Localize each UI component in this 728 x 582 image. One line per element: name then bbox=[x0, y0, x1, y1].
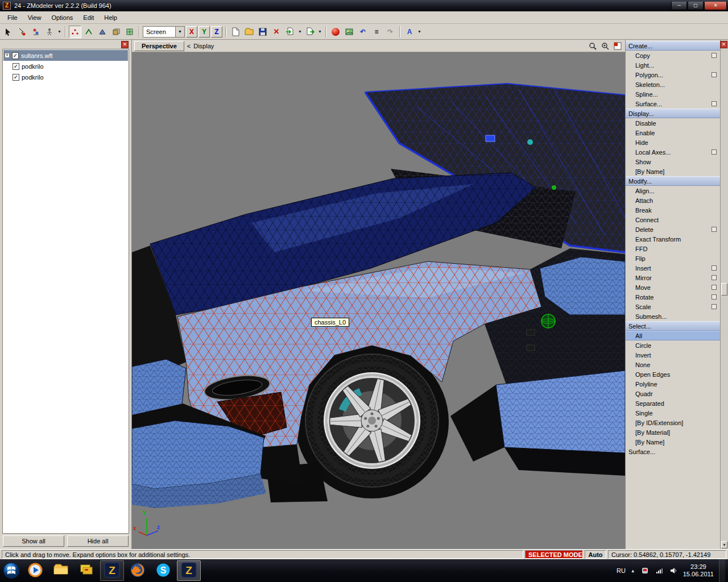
zoom-extents-icon[interactable] bbox=[600, 41, 610, 51]
close-button[interactable]: ✕ bbox=[704, 2, 727, 10]
panel-item-copy[interactable]: Copy bbox=[626, 51, 720, 60]
action-center-icon[interactable] bbox=[640, 566, 650, 575]
taskbar-app-zmodeler[interactable]: Z bbox=[177, 560, 201, 581]
minimize-button[interactable]: ─ bbox=[671, 2, 687, 10]
panel-item-by-id-extension[interactable]: [By ID/Extension] bbox=[626, 418, 720, 427]
menu-help[interactable]: Help bbox=[99, 13, 122, 23]
panel-item-flip[interactable]: Flip bbox=[626, 253, 720, 263]
vertices-mode-icon[interactable] bbox=[69, 26, 81, 38]
axis-x-button[interactable]: X bbox=[186, 26, 197, 38]
maximize-button[interactable]: ▢ bbox=[688, 2, 704, 10]
panel-item-hide[interactable]: Hide bbox=[626, 138, 720, 147]
font-dropdown-caret[interactable]: ▼ bbox=[417, 30, 422, 34]
taskbar-app-skype[interactable]: S bbox=[151, 560, 175, 581]
panel-item-disable[interactable]: Disable bbox=[626, 118, 720, 128]
panel-item-delete[interactable]: Delete bbox=[626, 225, 720, 234]
start-button[interactable] bbox=[1, 560, 22, 581]
panel-item-skeleton[interactable]: Skeleton... bbox=[626, 80, 720, 89]
viewport-mode-label[interactable]: Display bbox=[193, 43, 214, 49]
perspective-view-button[interactable]: Perspective bbox=[134, 41, 184, 51]
open-file-icon[interactable] bbox=[243, 26, 255, 38]
show-desktop-button[interactable] bbox=[719, 559, 725, 582]
option-checkbox[interactable] bbox=[712, 53, 717, 58]
scrollbar-thumb[interactable] bbox=[721, 283, 727, 296]
menu-view[interactable]: View bbox=[23, 13, 47, 23]
close-icon[interactable]: ✕ bbox=[121, 41, 129, 48]
expand-icon[interactable]: + bbox=[5, 53, 10, 58]
panel-item-by-name[interactable]: [By Name] bbox=[626, 167, 720, 176]
panel-item-connect[interactable]: Connect bbox=[626, 215, 720, 225]
panel-item-circle[interactable]: Circle bbox=[626, 340, 720, 350]
font-icon[interactable]: A bbox=[403, 26, 416, 38]
viewport-3d[interactable]: chassis_L0 Y z x bbox=[132, 52, 625, 549]
panel-item-move[interactable]: Move bbox=[626, 282, 720, 292]
panel-item-light[interactable]: Light... bbox=[626, 60, 720, 70]
visibility-checkbox[interactable]: ✓ bbox=[12, 52, 19, 59]
panel-item-surface[interactable]: Surface... bbox=[626, 447, 720, 456]
panel-item-select[interactable]: Select... bbox=[626, 321, 720, 331]
panel-item-polyline[interactable]: Polyline bbox=[626, 379, 720, 389]
panel-item-separated[interactable]: Separated bbox=[626, 398, 720, 408]
uv-mode-icon[interactable] bbox=[123, 26, 136, 38]
panel-item-open-edges[interactable]: Open Edges bbox=[626, 369, 720, 379]
select-arrow-icon[interactable] bbox=[2, 26, 15, 38]
menu-file[interactable]: File bbox=[2, 13, 23, 23]
taskbar-clock[interactable]: 23:29 15.06.2011 bbox=[683, 563, 714, 578]
visibility-checkbox[interactable]: ✓ bbox=[13, 74, 19, 81]
taskbar-app-file-manager[interactable] bbox=[75, 560, 98, 581]
language-indicator[interactable]: RU bbox=[617, 567, 626, 574]
texture-icon[interactable] bbox=[343, 26, 355, 38]
lasso-select-icon[interactable] bbox=[16, 26, 28, 38]
auto-toggle[interactable]: Auto bbox=[585, 550, 606, 559]
panel-item-display[interactable]: Display... bbox=[626, 109, 720, 118]
network-icon[interactable] bbox=[655, 566, 664, 575]
history-icon[interactable]: ≡ bbox=[370, 26, 383, 38]
zoom-icon[interactable] bbox=[588, 41, 598, 51]
option-checkbox[interactable] bbox=[712, 265, 717, 271]
panel-item-all[interactable]: All bbox=[626, 331, 720, 340]
hidden-icons-chevron[interactable]: ▲ bbox=[631, 568, 635, 573]
tree-item-sultanrs-wft[interactable]: +✓sultanrs.wft bbox=[3, 50, 128, 61]
panel-item-single[interactable]: Single bbox=[626, 408, 720, 418]
panel-item-spline[interactable]: Spline... bbox=[626, 89, 720, 99]
option-checkbox[interactable] bbox=[712, 101, 717, 106]
panel-item-by-material[interactable]: [By Material] bbox=[626, 427, 720, 437]
viewport-layout-icon[interactable] bbox=[613, 41, 623, 51]
taskbar-app-zmodeler[interactable]: Z bbox=[100, 560, 124, 581]
taskbar-app-explorer[interactable] bbox=[49, 560, 73, 581]
objects-mode-icon[interactable] bbox=[110, 26, 122, 38]
panel-item-submesh[interactable]: Submesh... bbox=[626, 311, 720, 321]
panel-item-exact-transform[interactable]: Exact Transform bbox=[626, 234, 720, 244]
taskbar-app-firefox[interactable] bbox=[126, 560, 150, 581]
volume-icon[interactable] bbox=[669, 566, 678, 575]
taskbar-app-media-player[interactable] bbox=[23, 560, 47, 581]
option-checkbox[interactable] bbox=[712, 227, 717, 232]
panel-item-rotate[interactable]: Rotate bbox=[626, 292, 720, 302]
panel-item-attach[interactable]: Attach bbox=[626, 196, 720, 205]
new-file-icon[interactable] bbox=[229, 26, 242, 38]
delete-icon[interactable]: ✕ bbox=[270, 26, 283, 38]
chevron-down-icon[interactable]: ▼ bbox=[175, 27, 184, 37]
edges-mode-icon[interactable] bbox=[82, 26, 95, 38]
export-dropdown-caret[interactable]: ▼ bbox=[317, 30, 322, 34]
skeleton-pose-icon[interactable] bbox=[43, 26, 56, 38]
panel-item-by-name[interactable]: [By Name] bbox=[626, 437, 720, 447]
import-icon[interactable] bbox=[284, 26, 296, 38]
option-checkbox[interactable] bbox=[712, 304, 717, 309]
panel-item-insert[interactable]: Insert bbox=[626, 263, 720, 273]
panel-item-show[interactable]: Show bbox=[626, 157, 720, 167]
option-checkbox[interactable] bbox=[712, 72, 717, 77]
menu-edit[interactable]: Edit bbox=[78, 13, 99, 23]
paint-select-icon[interactable] bbox=[30, 26, 42, 38]
back-arrow[interactable]: < bbox=[187, 43, 191, 49]
export-icon[interactable] bbox=[304, 26, 316, 38]
option-checkbox[interactable] bbox=[712, 285, 717, 290]
panel-item-ffd[interactable]: FFD bbox=[626, 244, 720, 253]
panel-item-surface[interactable]: Surface... bbox=[626, 99, 720, 109]
tool-dropdown-caret[interactable]: ▼ bbox=[57, 30, 62, 34]
panel-item-align[interactable]: Align... bbox=[626, 186, 720, 196]
panel-item-local-axes[interactable]: Local Axes... bbox=[626, 147, 720, 157]
panel-item-mirror[interactable]: Mirror bbox=[626, 273, 720, 282]
show-all-button[interactable]: Show all bbox=[3, 535, 64, 547]
option-checkbox[interactable] bbox=[712, 149, 717, 155]
